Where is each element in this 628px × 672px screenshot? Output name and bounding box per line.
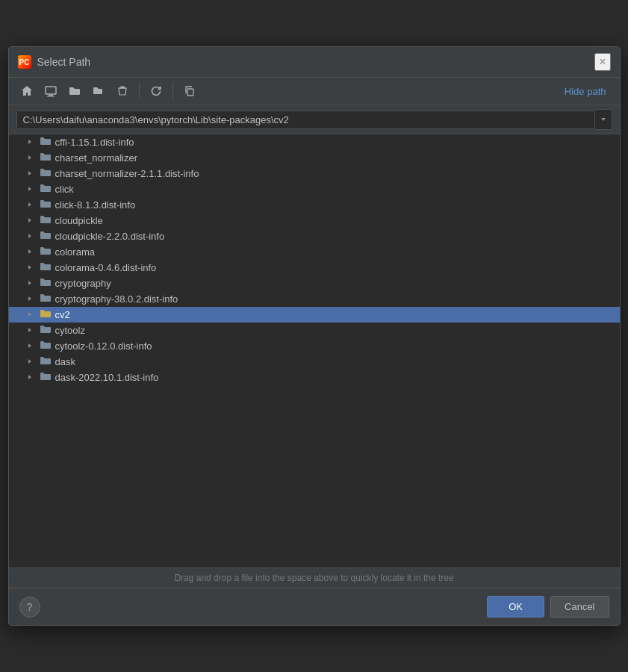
- svg-marker-11: [28, 218, 31, 223]
- svg-marker-16: [28, 296, 31, 301]
- tree-item-colorama[interactable]: colorama: [9, 244, 620, 260]
- svg-marker-12: [28, 234, 31, 238]
- open-folder-button[interactable]: [64, 82, 85, 100]
- computer-button[interactable]: [40, 82, 61, 100]
- chevron-icon: [27, 201, 36, 209]
- folder-icon: [40, 340, 51, 352]
- bottom-bar: ? OK Cancel: [9, 588, 620, 625]
- tree-item-label: click-8.1.3.dist-info: [55, 199, 611, 211]
- tree-item-cffi[interactable]: cffi-1.15.1.dist-info: [9, 134, 620, 150]
- folder-icon: [40, 199, 51, 211]
- tree-item-label: cryptography-38.0.2.dist-info: [55, 293, 611, 305]
- path-bar: [9, 105, 620, 134]
- svg-marker-13: [28, 249, 31, 254]
- svg-marker-18: [28, 328, 31, 332]
- tree-item-label: cffi-1.15.1.dist-info: [55, 137, 611, 148]
- folder-icon: [40, 215, 51, 226]
- toolbar-sep-2: [172, 83, 173, 99]
- tree-item-cv2[interactable]: cv2: [9, 307, 620, 323]
- dialog-title: Select Path: [37, 56, 91, 68]
- folder-icon: [40, 152, 51, 164]
- tree-item-cloudpickle[interactable]: cloudpickle: [9, 213, 620, 228]
- folder-icon: [40, 293, 51, 305]
- tree-item-charset_normalizer[interactable]: charset_normalizer: [9, 150, 620, 166]
- tree-item-label: cv2: [55, 309, 611, 320]
- hint-text: Drag and drop a file into the space abov…: [174, 573, 453, 583]
- path-dropdown-button[interactable]: [595, 109, 612, 130]
- close-button[interactable]: ×: [594, 53, 610, 71]
- tree-item-cryptography380[interactable]: cryptography-38.0.2.dist-info: [9, 291, 620, 307]
- ok-button[interactable]: OK: [487, 596, 544, 617]
- hint-bar: Drag and drop a file into the space abov…: [9, 567, 620, 588]
- tree-item-cloudpickle220[interactable]: cloudpickle-2.2.0.dist-info: [9, 228, 620, 244]
- svg-marker-19: [28, 343, 31, 348]
- folder-icon: [40, 356, 51, 367]
- tree-item-label: dask: [55, 356, 611, 367]
- chevron-icon: [27, 185, 36, 193]
- tree-item-label: cytoolz: [55, 325, 611, 336]
- tree-item-label: cloudpickle-2.2.0.dist-info: [55, 231, 611, 242]
- chevron-icon: [27, 295, 36, 303]
- path-input[interactable]: [16, 111, 595, 129]
- action-buttons: OK Cancel: [487, 596, 609, 617]
- tree-item-dask20221010[interactable]: dask-2022.10.1.dist-info: [9, 370, 620, 385]
- tree-item-click813[interactable]: click-8.1.3.dist-info: [9, 197, 620, 213]
- hide-path-button[interactable]: Hide path: [559, 83, 612, 100]
- svg-marker-10: [28, 202, 31, 207]
- tree-item-cytoolz012[interactable]: cytoolz-0.12.0.dist-info: [9, 338, 620, 354]
- folder-icon: [40, 246, 51, 258]
- tree-item-colorama046[interactable]: colorama-0.4.6.dist-info: [9, 260, 620, 276]
- toolbar-sep-1: [139, 83, 140, 99]
- new-folder-button[interactable]: [88, 82, 109, 100]
- tree-item-cytoolz[interactable]: cytoolz: [9, 323, 620, 338]
- chevron-icon: [27, 342, 36, 350]
- help-button[interactable]: ?: [19, 597, 40, 617]
- home-button[interactable]: [16, 82, 37, 100]
- chevron-icon: [27, 373, 36, 382]
- tree-item-label: cytoolz-0.12.0.dist-info: [55, 340, 611, 352]
- folder-icon: [40, 325, 51, 336]
- svg-rect-1: [49, 95, 53, 96]
- tree-item-label: charset_normalizer: [55, 152, 611, 164]
- tree-item-click[interactable]: click: [9, 181, 620, 197]
- tree-item-dask[interactable]: dask: [9, 354, 620, 370]
- folder-icon: [40, 231, 51, 242]
- svg-marker-15: [28, 281, 31, 285]
- tree-item-label: cloudpickle: [55, 215, 611, 226]
- svg-marker-8: [28, 171, 31, 175]
- select-path-dialog: PC Select Path × Hide path: [8, 46, 621, 626]
- svg-marker-5: [601, 118, 606, 121]
- chevron-icon: [27, 169, 36, 178]
- folder-icon: [40, 372, 51, 383]
- cancel-button[interactable]: Cancel: [550, 596, 609, 617]
- tree-item-cryptography[interactable]: cryptography: [9, 276, 620, 291]
- svg-marker-21: [28, 375, 31, 379]
- chevron-icon: [27, 279, 36, 287]
- file-tree[interactable]: cffi-1.15.1.dist-infocharset_normalizerc…: [9, 134, 620, 567]
- tree-item-label: cryptography: [55, 278, 611, 289]
- folder-icon: [40, 137, 51, 148]
- folder-icon: [40, 262, 51, 273]
- tree-item-label: colorama: [55, 246, 611, 258]
- app-icon: PC: [18, 55, 31, 69]
- tree-item-label: charset_normalizer-2.1.1.dist-info: [55, 168, 611, 179]
- svg-marker-14: [28, 265, 31, 270]
- folder-icon: [40, 278, 51, 289]
- svg-rect-0: [46, 87, 56, 94]
- title-bar-left: PC Select Path: [18, 55, 91, 69]
- svg-rect-4: [187, 89, 193, 96]
- tree-item-label: dask-2022.10.1.dist-info: [55, 372, 611, 383]
- title-bar: PC Select Path ×: [9, 47, 620, 78]
- tree-item-label: colorama-0.4.6.dist-info: [55, 262, 611, 273]
- toolbar: Hide path: [9, 78, 620, 105]
- chevron-icon: [27, 217, 36, 225]
- chevron-icon: [27, 248, 36, 256]
- svg-marker-17: [28, 312, 31, 317]
- chevron-icon: [27, 138, 36, 146]
- svg-marker-9: [28, 187, 31, 191]
- copy-path-button[interactable]: [179, 82, 200, 100]
- folder-icon: [40, 168, 51, 179]
- refresh-button[interactable]: [146, 82, 167, 100]
- tree-item-charset_normalizer2[interactable]: charset_normalizer-2.1.1.dist-info: [9, 166, 620, 181]
- delete-button[interactable]: [112, 82, 133, 100]
